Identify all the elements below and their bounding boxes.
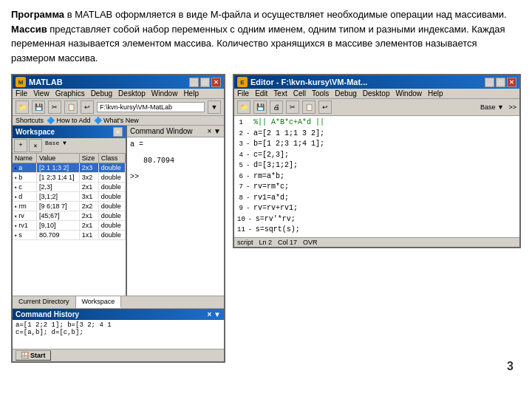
editor-menu-help[interactable]: Help [428,89,443,98]
editor-icon: E [237,77,248,87]
start-icon: 🪟 [21,352,29,359]
line-op: - [246,129,250,139]
ws-name: ▪ c [13,183,36,192]
menu-graphics[interactable]: Graphics [55,89,85,98]
editor-titlebar: E Editor - F:\kvn-kursy\VM-Mat... _ □ ✕ [234,75,519,89]
editor-menu-desktop[interactable]: Desktop [363,89,390,98]
start-button[interactable]: 🪟 Start [16,350,51,361]
line-code: %|| A*B*c+A*d || [253,117,324,129]
toolbar-btn-5[interactable]: ↩ [81,100,94,114]
toolbar-btn-3[interactable]: ✂ [48,100,61,114]
line-op: - [248,225,253,235]
toolbar-btn-browse[interactable]: ▼ [208,100,221,114]
editor-close-button[interactable]: ✕ [507,78,516,87]
ws-class: double [98,183,125,192]
editor-title: Editor - F:\kvn-kursy\VM-Mat... [250,78,367,86]
cmd-prompt[interactable]: >> [130,173,221,181]
ws-size: 1x1 [79,231,98,240]
line-op: - [248,215,253,225]
menu-help[interactable]: Help [183,89,199,98]
line-code: c=[2,3]; [253,150,289,161]
editor-menu-file[interactable]: File [237,89,249,98]
cmd-titlebar: Command Window × ▼ [127,126,224,137]
menu-debug[interactable]: Debug [91,89,112,98]
ws-name: ▪ rv1 [13,221,36,231]
editor-status-ln: Ln 2 [259,239,273,246]
intro-text: Программа в MATLAB оформляется в виде М-… [11,7,521,65]
list-item: 9 - rv=rv+rv1; [237,203,516,214]
tab-current-dir[interactable]: Current Directory [13,296,76,308]
editor-tb-2[interactable]: 💾 [253,100,267,114]
ws-delete-btn[interactable]: ✕ [29,139,42,152]
ws-size: 2x2 [79,202,98,211]
toolbar-btn-4[interactable]: 📋 [64,100,78,114]
whats-new-label: 🔷 What's New [94,117,139,124]
ws-new-btn[interactable]: + [14,139,27,152]
close-button[interactable]: ✕ [211,78,221,87]
editor-code[interactable]: 1 %|| A*B*c+A*d || 2 - a=[2 1 1;1 3 2]; … [234,116,519,237]
table-row[interactable]: ▪ s 80.709 1x1 double [13,231,126,240]
col-name: Name [13,154,36,163]
editor-tb-1[interactable]: 📁 [237,100,250,114]
toolbar-btn-2[interactable]: 💾 [32,100,45,114]
table-row[interactable]: ▪ rv [45;67] 2x1 double [13,211,126,221]
ws-class: double [98,221,125,231]
matlab-icon: M [16,77,26,87]
path-input[interactable]: F:\kvn-kursy\VM-MatLab [97,102,205,112]
line-code: s=rv'*rv; [256,214,296,225]
editor-menu-cell[interactable]: Cell [293,89,306,98]
win-controls: _ □ ✕ [189,78,221,87]
editor-tb-4[interactable]: ✂ [286,100,299,114]
minimize-button[interactable]: _ [189,78,199,87]
ws-size: 3x1 [79,192,98,202]
editor-tb-3[interactable]: 🖨 [270,100,283,114]
table-row[interactable]: ▪ b [1 2;3 1;4 1] 3x2 double [13,173,126,183]
menu-file[interactable]: File [16,89,27,98]
maximize-button[interactable]: □ [200,78,210,87]
ws-class: double [98,163,125,173]
ws-name: ▪ b [13,173,36,183]
menu-view[interactable]: View [33,89,50,98]
editor-menu-text[interactable]: Text [273,89,287,98]
cmd-content[interactable]: a = 80.7094 >> [127,137,224,296]
line-number: 6 [237,172,243,182]
editor-min-button[interactable]: _ [485,78,494,87]
ws-pin-button[interactable]: × [113,127,123,137]
editor-tb-6[interactable]: ↩ [318,100,332,114]
ws-size: 2x1 [79,183,98,192]
menu-desktop[interactable]: Desktop [118,89,146,98]
list-item: 2 - a=[2 1 1;1 3 2]; [237,129,516,140]
ws-value: [3,1;2] [36,192,79,202]
editor-menu-edit[interactable]: Edit [255,89,267,98]
editor-statusbar: script Ln 2 Col 17 OVR [234,237,519,247]
ws-name: ▪ rv [13,211,36,221]
table-row[interactable]: ▪ c [2,3] 2x1 double [13,183,126,192]
ws-name: ▪ d [13,192,36,202]
ws-value: [45;67] [36,211,79,221]
line-number: 10 [237,215,245,225]
tab-workspace[interactable]: Workspace [76,296,122,308]
editor-max-button[interactable]: □ [496,78,505,87]
intro-content1: в MATLAB оформляется в виде М-файла и ос… [64,9,507,20]
table-row[interactable]: ▪ d [3,1;2] 3x1 double [13,192,126,202]
list-item: 7 - rv=rm*c; [237,182,516,193]
ws-name: ▪ s [13,231,36,240]
editor-window: E Editor - F:\kvn-kursy\VM-Mat... _ □ ✕ … [233,74,521,248]
menu-window[interactable]: Window [151,89,178,98]
editor-menu-tools[interactable]: Tools [312,89,329,98]
editor-tb-5[interactable]: 📋 [302,100,316,114]
list-item: 4 - c=[2,3]; [237,150,516,161]
toolbar-btn-1[interactable]: 📁 [16,100,29,114]
editor-menu-window[interactable]: Window [395,89,422,98]
editor-title-left: E Editor - F:\kvn-kursy\VM-Mat... [237,77,367,87]
line-number: 5 [237,161,243,171]
ws-size: 2x1 [79,211,98,221]
table-row[interactable]: ▪ rv1 [9,10] 2x1 double [13,221,126,231]
line-op: - [246,194,250,203]
table-row[interactable]: ▪ rm [9 6;18 7] 2x2 double [13,202,126,211]
history-line-2: c=[a,b]; d=[c,b]; [16,329,221,336]
editor-menu-debug[interactable]: Debug [335,89,356,98]
ws-class: double [98,231,125,240]
table-row[interactable]: ▪ a [2 1 1;3 2] 2x3 double [13,163,126,173]
ws-base-label: Base ▼ [44,139,68,152]
